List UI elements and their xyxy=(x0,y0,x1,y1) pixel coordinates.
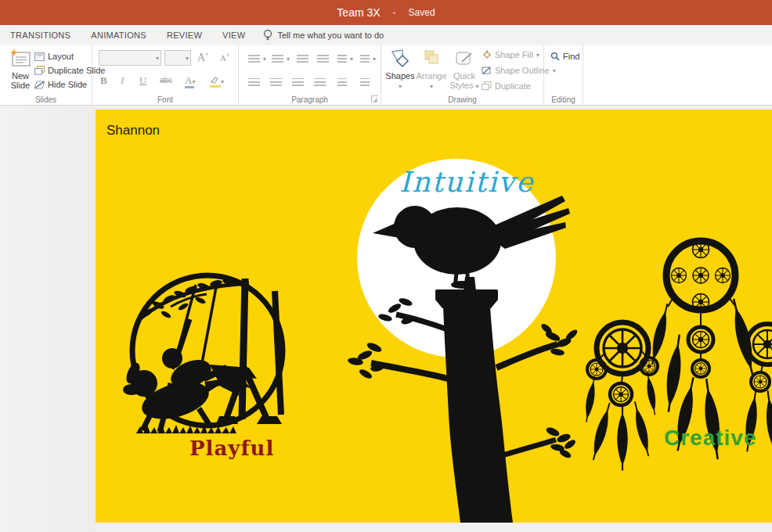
quick-styles-label-1: Quick xyxy=(453,71,475,81)
font-name-combobox[interactable]: ▾ xyxy=(99,50,161,66)
slide-canvas[interactable]: Shannon Intuitive Playful Creative xyxy=(96,110,772,523)
bullets-button[interactable]: ▾ xyxy=(248,55,260,63)
strikethrough-button[interactable]: abc xyxy=(160,76,172,84)
arrange-button[interactable]: Arrange ▾ xyxy=(414,49,449,92)
group-editing: Find Editing xyxy=(544,45,583,105)
shapes-label: Shapes xyxy=(385,71,414,81)
font-color-swatch xyxy=(185,86,194,88)
caption-playful[interactable]: Playful xyxy=(189,437,274,460)
tell-me-box[interactable]: Tell me what you want to do xyxy=(255,29,391,41)
tab-review[interactable]: REVIEW xyxy=(157,25,212,45)
caption-intuitive[interactable]: Intuitive xyxy=(399,166,534,198)
shape-outline-label: Shape Outline xyxy=(495,66,550,75)
new-slide-icon xyxy=(9,49,31,69)
paragraph-group-label: Paragraph xyxy=(239,95,381,104)
align-center-button[interactable] xyxy=(270,78,282,86)
group-drawing: Shapes ▾ Arrange ▾ Quick Styles ▾ Shap xyxy=(381,45,544,105)
hide-slide-label: Hide Slide xyxy=(48,80,87,89)
playful-clipart[interactable] xyxy=(123,275,283,433)
group-paragraph: ▾ ▾ ▾ ▾ ◢ Paragraph xyxy=(239,45,381,105)
numbering-button[interactable]: ▾ xyxy=(272,55,283,63)
hide-slide-button[interactable]: Hide Slide xyxy=(34,80,87,89)
duplicate-slide-icon xyxy=(34,66,45,75)
new-slide-label-2: Slide xyxy=(11,81,30,90)
lightbulb-icon xyxy=(263,29,272,41)
duplicate-icon xyxy=(482,81,492,91)
ribbon-tab-row: TRANSITIONS ANIMATIONS REVIEW VIEW Tell … xyxy=(0,25,772,45)
align-text-button[interactable] xyxy=(360,78,370,86)
justify-button[interactable] xyxy=(314,78,326,86)
shapes-icon xyxy=(390,49,410,69)
tab-transitions[interactable]: TRANSITIONS xyxy=(0,25,81,45)
slide-author-text[interactable]: Shannon xyxy=(106,123,160,138)
find-button[interactable]: Find xyxy=(550,52,579,61)
slide-thumbnail-panel[interactable] xyxy=(0,106,96,532)
find-label: Find xyxy=(563,52,579,61)
duplicate-label: Duplicate xyxy=(495,81,531,91)
hide-slide-icon xyxy=(34,81,45,89)
shape-fill-button[interactable]: Shape Fill ▾ xyxy=(482,50,539,59)
slides-group-label: Slides xyxy=(0,95,92,104)
window-title: Team 3X xyxy=(337,6,380,19)
underline-button[interactable]: U xyxy=(139,74,146,87)
highlight-swatch xyxy=(210,85,221,88)
caption-creative[interactable]: Creative xyxy=(664,426,757,451)
shape-fill-label: Shape Fill xyxy=(495,50,533,59)
quick-styles-label-2: Styles xyxy=(449,81,473,90)
shape-fill-icon xyxy=(482,50,492,59)
editing-group-label: Editing xyxy=(544,95,583,104)
increase-indent-button[interactable] xyxy=(317,55,329,63)
search-icon xyxy=(550,52,560,61)
arrange-label: Arrange xyxy=(416,71,446,81)
title-separator: - xyxy=(393,7,396,18)
align-left-button[interactable] xyxy=(248,78,260,86)
font-size-combobox[interactable]: ▾ xyxy=(164,50,191,66)
font-color-button[interactable]: A▾ xyxy=(185,74,195,88)
group-font: ▾ ▾ A˄ A˅ B I U abc A▾ ▾ Font xyxy=(92,45,239,105)
quick-styles-button[interactable]: Quick Styles ▾ xyxy=(447,49,482,92)
align-right-button[interactable] xyxy=(292,78,304,86)
font-group-label: Font xyxy=(92,95,238,104)
decrease-indent-button[interactable] xyxy=(297,55,308,63)
drawing-group-label: Drawing xyxy=(381,95,543,104)
tell-me-label: Tell me what you want to do xyxy=(277,31,384,40)
save-status: Saved xyxy=(409,7,435,18)
shrink-font-icon: A xyxy=(220,53,226,63)
ribbon: New Slide Layout Duplicate Slide Hide Sl… xyxy=(0,45,772,106)
shrink-font-button[interactable]: A˅ xyxy=(220,52,229,63)
group-slides: New Slide Layout Duplicate Slide Hide Sl… xyxy=(0,45,92,105)
tab-animations[interactable]: ANIMATIONS xyxy=(81,25,157,45)
grow-font-button[interactable]: A˄ xyxy=(197,51,208,64)
shapes-button[interactable]: Shapes ▾ xyxy=(383,49,417,92)
highlight-icon xyxy=(210,76,221,84)
layout-button[interactable]: Layout xyxy=(34,52,74,61)
text-direction-button[interactable] xyxy=(337,78,347,86)
layout-icon xyxy=(34,52,45,61)
columns-button[interactable]: ▾ xyxy=(360,55,370,63)
new-slide-button[interactable]: New Slide xyxy=(3,49,38,90)
chevron-down-icon[interactable]: ▾ xyxy=(186,55,189,62)
grow-font-icon: A xyxy=(197,52,205,63)
window-titlebar: Team 3X - Saved xyxy=(0,0,772,25)
duplicate-button[interactable]: Duplicate xyxy=(482,81,531,91)
dreamcatcher-left xyxy=(583,322,658,471)
shape-outline-icon xyxy=(482,66,492,75)
italic-button[interactable]: I xyxy=(121,74,124,87)
bold-button[interactable]: B xyxy=(100,74,107,87)
quick-styles-icon xyxy=(454,49,474,69)
font-color-icon: A xyxy=(185,74,192,86)
layout-label: Layout xyxy=(48,52,74,61)
tab-view[interactable]: VIEW xyxy=(212,25,255,45)
new-slide-label-1: New xyxy=(12,71,29,81)
highlight-button[interactable]: ▾ xyxy=(210,74,224,88)
arrange-icon xyxy=(421,49,442,69)
chevron-down-icon[interactable]: ▾ xyxy=(156,55,159,62)
line-spacing-button[interactable]: ▾ xyxy=(337,55,347,63)
